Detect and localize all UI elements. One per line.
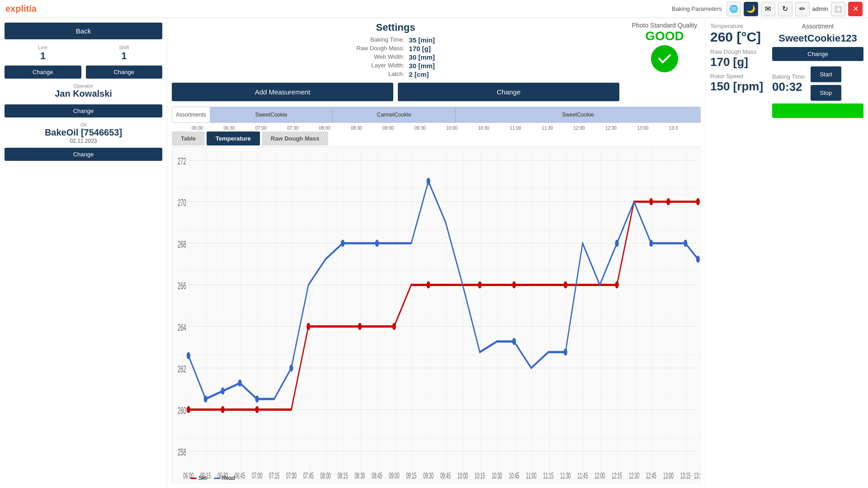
oil-name: BakeOil [7546653]: [5, 127, 162, 138]
quality-check-icon: [651, 45, 678, 72]
time-tick-0700: 07:00: [255, 126, 287, 131]
change-shift-button[interactable]: Change: [86, 66, 163, 79]
rotor-speed-label: Rotor Speed: [710, 73, 763, 80]
set-dot-1: [221, 406, 225, 413]
set-legend: Set: [190, 475, 207, 481]
y-262: 262: [178, 363, 186, 375]
oil-date: 02.11.2023: [5, 138, 162, 144]
assort-item-2: SweetCookie: [456, 107, 700, 122]
set-dot-9: [564, 282, 567, 289]
change-assortment-button[interactable]: Change: [772, 47, 863, 61]
back-button[interactable]: Back: [5, 23, 162, 39]
settings-title: Settings: [172, 22, 619, 33]
x-1215: 12:15: [612, 471, 622, 480]
tab-temperature[interactable]: Temperature: [207, 131, 260, 145]
svg-rect-0: [172, 147, 700, 483]
baking-time-right-section: Baking Time: 00:32: [772, 73, 806, 94]
change-line-button[interactable]: Change: [5, 66, 81, 79]
temperature-label: Temperature: [710, 23, 763, 29]
time-tick-0830: 08:30: [351, 126, 382, 131]
time-tick-0800: 08:00: [319, 126, 351, 131]
change-oil-button[interactable]: Change: [5, 148, 162, 161]
x-0900: 09:00: [389, 471, 399, 480]
assortment-section: Assortment SweetCookie123 Change Baking …: [772, 23, 863, 118]
start-button[interactable]: Start: [811, 66, 841, 82]
latch-label: Latch:: [172, 70, 404, 78]
temperature-section: Temperature 260 [°C] Raw Dough Mass 170 …: [710, 23, 763, 118]
x-1100: 11:00: [526, 471, 537, 480]
time-tick-1200: 12:00: [574, 126, 605, 131]
operator-label: Operator: [5, 83, 162, 89]
time-axis: 06:00 06:30 07:00 07:30 08:00 08:30 09:0…: [172, 126, 701, 131]
moon-icon-btn[interactable]: 🌙: [744, 2, 758, 16]
left-panel: Back Line 1 Shift 1 Change Change Operat…: [0, 18, 167, 488]
read-dot-1: [204, 395, 208, 403]
read-dot-10: [564, 348, 567, 356]
operator-section: Operator Jan Kowalski: [5, 83, 162, 99]
time-tick-1230: 12:30: [605, 126, 637, 131]
y-258: 258: [178, 446, 186, 458]
logo-litia: litia: [21, 4, 36, 14]
tab-table[interactable]: Table: [172, 131, 205, 145]
y-272: 272: [178, 155, 186, 167]
x-1200: 12:00: [594, 471, 605, 480]
x-0700: 07:00: [252, 471, 262, 480]
raw-dough-mass-value: 170 [g]: [409, 45, 619, 52]
time-tick-1100: 11:00: [510, 126, 542, 131]
green-progress-bar: [772, 103, 863, 118]
tab-raw-dough-mass[interactable]: Raw Dough Mass: [262, 131, 329, 145]
y-266: 266: [178, 280, 186, 291]
change-operator-button[interactable]: Change: [5, 104, 162, 117]
logo-p: p: [15, 4, 21, 14]
oil-section: Oil BakeOil [7546653] 02.11.2023: [5, 122, 162, 144]
globe-icon-btn[interactable]: 🌐: [726, 2, 741, 16]
set-dot-12: [666, 198, 670, 206]
add-measurement-button[interactable]: Add Measurement: [172, 83, 393, 101]
close-icon-btn[interactable]: ✕: [848, 2, 863, 16]
center-content: Settings Baking Time: 35 [min] Raw Dough…: [167, 18, 705, 488]
x-1245: 12:45: [646, 471, 656, 480]
x-1045: 10:45: [509, 471, 519, 480]
chart-legend: Set Read: [190, 473, 235, 483]
x-0945: 09:45: [440, 471, 451, 480]
logout-icon-btn[interactable]: ⬚: [831, 2, 845, 16]
read-dot-3: [238, 380, 241, 387]
set-dot-3: [307, 323, 310, 330]
header: explitia Baking Parameters 🌐 🌙 ✉ ↻ ✏ adm…: [0, 0, 868, 18]
set-dot-10: [615, 282, 618, 289]
quality-box: Photo Standard Quality GOOD: [628, 22, 701, 105]
change-settings-button[interactable]: Change: [398, 83, 619, 101]
stop-button[interactable]: Stop: [811, 85, 841, 101]
baking-params-label: Baking Parameters: [672, 5, 722, 12]
assortments-items: SweetCookie CarmelCookie SweetCookie: [210, 107, 700, 122]
oil-label: Oil: [5, 122, 162, 127]
read-dot-6: [341, 240, 344, 247]
refresh-icon-btn[interactable]: ↻: [778, 2, 793, 16]
x-0830: 08:30: [354, 471, 365, 480]
time-tick-0930: 09:30: [415, 126, 446, 131]
set-dot-0: [187, 406, 190, 413]
x-0745: 07:45: [303, 471, 314, 480]
logo-ex: ex: [5, 4, 15, 14]
x-1145: 11:45: [577, 471, 588, 480]
read-legend: Read: [214, 475, 235, 481]
temperature-value: 260 [°C]: [710, 29, 763, 45]
line-shift-row: Line 1 Shift 1: [5, 45, 162, 62]
shift-block: Shift 1: [86, 45, 163, 62]
y-264: 264: [178, 322, 186, 333]
edit-icon-btn[interactable]: ✏: [795, 2, 810, 16]
assort-item-0: SweetCookie: [210, 107, 333, 122]
assortment-label: Assortment: [772, 23, 863, 30]
x-0815: 08:15: [338, 471, 348, 480]
layer-width-value: 30 [mm]: [409, 62, 619, 70]
top-center: Settings Baking Time: 35 [min] Raw Dough…: [167, 18, 705, 107]
x-0915: 09:15: [406, 471, 416, 480]
read-dot-5: [289, 365, 293, 372]
x-1315: 13:15: [680, 471, 691, 480]
chart-area: 272 270 268 266 264 262 260 258: [172, 146, 701, 483]
header-right: Baking Parameters 🌐 🌙 ✉ ↻ ✏ admin ⬚ ✕: [672, 2, 863, 16]
x-0645: 06:45: [235, 471, 245, 480]
admin-label: admin: [812, 5, 828, 12]
read-dot-2: [221, 388, 225, 395]
mail-icon-btn[interactable]: ✉: [761, 2, 775, 16]
